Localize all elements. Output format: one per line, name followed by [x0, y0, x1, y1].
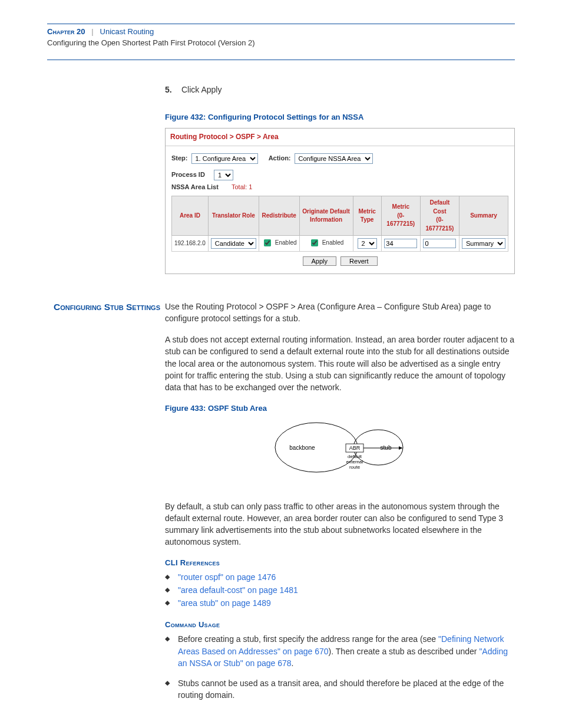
th-area-id: Area ID [172, 196, 209, 236]
diagram-abr-label: ABR [349, 445, 361, 451]
stub-diagram: backbone stub ABR default external route [165, 419, 515, 490]
command-usage-heading: Command Usage [165, 620, 515, 631]
svg-marker-4 [399, 446, 402, 450]
bullet-icon: ◆ [165, 597, 178, 609]
cell-metric-type: 2 [353, 236, 381, 252]
figure-432-caption: Figure 432: Configuring Protocol Setting… [165, 112, 515, 123]
apply-button[interactable]: Apply [303, 256, 337, 266]
header-rule-bottom [47, 60, 515, 60]
metric-input[interactable] [384, 239, 417, 248]
step-select[interactable]: 1. Configure Area [191, 153, 258, 164]
command-usage-list: ◆ Before creating a stub, first specify … [165, 633, 515, 701]
nssa-table: Area ID Translator Role Redistribute Ori… [171, 196, 508, 252]
th-metric-type: Metric Type [353, 196, 381, 236]
revert-button[interactable]: Revert [340, 256, 377, 266]
screenshot-body: Step: 1. Configure Area Action: Configur… [166, 146, 514, 273]
cell-translator: Candidate [208, 236, 259, 252]
stub-heading: Configuring Stub Settings [47, 301, 165, 712]
process-id-select[interactable]: 1 [214, 170, 233, 180]
table-row: 192.168.2.0 Candidate Enabled Enabled [172, 236, 508, 252]
cli-ref-link[interactable]: "area default-cost" on page 1481 [178, 585, 298, 595]
cmd-usage-item-2: Stubs cannot be used as a transit area, … [178, 677, 515, 701]
redistribute-checkbox[interactable] [264, 239, 271, 246]
th-originate: Originate Default Information [299, 196, 353, 236]
svg-text:default: default [348, 454, 362, 459]
cli-ref-link[interactable]: "area stub" on page 1489 [178, 598, 271, 608]
table-header-row: Area ID Translator Role Redistribute Ori… [172, 196, 508, 236]
cell-area-id: 192.168.2.0 [172, 236, 209, 252]
nssa-list-label: NSSA Area List [171, 183, 219, 192]
stub-para1: A stub does not accept external routing … [165, 334, 515, 393]
header-rule [47, 24, 515, 24]
chapter-title: Unicast Routing [100, 27, 154, 36]
summary-select[interactable]: Summary [462, 238, 505, 249]
bullet-icon: ◆ [165, 584, 178, 596]
cli-references-list: ◆"router ospf" on page 1476 ◆"area defau… [165, 571, 515, 610]
step-5: 5. Click Apply [165, 84, 515, 95]
originate-label: Enabled [322, 239, 344, 248]
ospf-stub-svg: backbone stub ABR default external route [257, 419, 422, 490]
stub-body: Use the Routing Protocol > OSPF > Area (… [165, 301, 515, 712]
th-metric: Metric (0-16777215) [381, 196, 420, 236]
svg-text:external: external [346, 459, 363, 465]
screenshot-buttons: Apply Revert [171, 252, 508, 269]
redistribute-label: Enabled [275, 239, 297, 248]
cell-default-cost [420, 236, 459, 252]
nssa-screenshot: Routing Protocol > OSPF > Area Step: 1. … [165, 128, 515, 274]
header-divider: | [91, 27, 93, 36]
action-select[interactable]: Configure NSSA Area [295, 153, 373, 164]
step-number: 5. [165, 84, 181, 95]
action-label: Action: [269, 154, 291, 163]
cmd1-end: . [292, 658, 294, 668]
bullet-icon: ◆ [165, 633, 178, 669]
cell-summary: Summary [459, 236, 508, 252]
metric-type-select[interactable]: 2 [358, 238, 377, 249]
process-id-label: Process ID [171, 170, 205, 180]
cli-references-heading: CLI References [165, 558, 515, 569]
cell-metric [381, 236, 420, 252]
nssa-total: Total: 1 [232, 183, 252, 192]
content-column: 5. Click Apply Figure 432: Configuring P… [165, 84, 515, 274]
th-redistribute: Redistribute [259, 196, 299, 236]
th-summary: Summary [459, 196, 508, 236]
step-label: Step: [171, 154, 188, 163]
bullet-icon: ◆ [165, 571, 178, 583]
stub-para2: By default, a stub can only pass traffic… [165, 500, 515, 548]
cmd1-pre: Before creating a stub, first specify th… [178, 634, 438, 644]
svg-point-0 [275, 423, 358, 472]
step-text: Click Apply [181, 84, 222, 95]
default-cost-input[interactable] [423, 239, 456, 248]
cli-ref-link[interactable]: "router ospf" on page 1476 [178, 572, 276, 582]
figure-433-caption: Figure 433: OSPF Stub Area [165, 403, 515, 414]
diagram-backbone-label: backbone [289, 444, 315, 451]
page-root: Chapter 20 | Unicast Routing Configuring… [0, 0, 562, 728]
bullet-icon: ◆ [165, 677, 178, 701]
cell-originate: Enabled [299, 236, 353, 252]
svg-text:route: route [349, 465, 361, 470]
originate-checkbox[interactable] [311, 239, 318, 246]
stub-intro: Use the Routing Protocol > OSPF > Area (… [165, 301, 515, 325]
stub-section: Configuring Stub Settings Use the Routin… [47, 301, 515, 712]
running-header-line1: Chapter 20 | Unicast Routing [47, 27, 515, 38]
th-default-cost: Default Cost (0-16777215) [420, 196, 459, 236]
cmd-usage-item-1: Before creating a stub, first specify th… [178, 633, 515, 669]
cmd1-mid: ). Then create a stub as described under [329, 647, 480, 656]
translator-select[interactable]: Candidate [211, 238, 256, 249]
cell-redistribute: Enabled [259, 236, 299, 252]
running-header-line2: Configuring the Open Shortest Path First… [47, 38, 515, 49]
chapter-label: Chapter 20 [47, 27, 85, 36]
breadcrumb: Routing Protocol > OSPF > Area [166, 129, 514, 146]
th-translator: Translator Role [208, 196, 259, 236]
